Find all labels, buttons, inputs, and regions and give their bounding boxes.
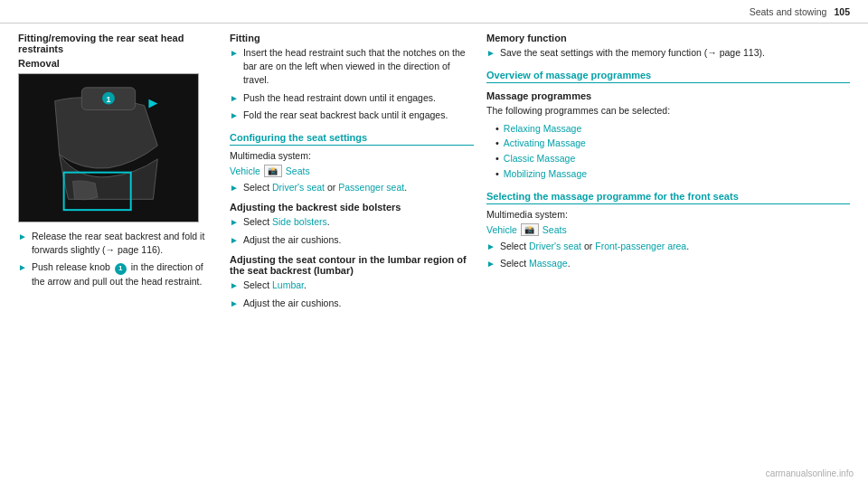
page-container: Seats and stowing 105 Fitting/removing t…	[0, 0, 868, 482]
relaxing-massage-link[interactable]: Relaxing Massage	[504, 122, 581, 137]
arrow-icon-12: ►	[486, 241, 495, 254]
overview-heading: Overview of massage programmes	[486, 70, 850, 83]
massage-list-item-1: Relaxing Massage	[495, 121, 850, 137]
backrest-bullet-1: ► Select Side bolsters.	[230, 215, 474, 230]
left-column: Fitting/removing the rear seat head rest…	[18, 33, 217, 453]
massage-list: Relaxing Massage Activating Massage Clas…	[495, 121, 850, 182]
config-bullet-1: ► Select Driver's seat or Passenger seat…	[230, 181, 474, 195]
arrow-icon-8: ►	[230, 234, 239, 248]
memory-bullet-list: ► Save the seat settings with the memory…	[486, 46, 850, 61]
multimedia-row-1: Multimedia system:	[230, 150, 474, 161]
fitting-heading: Fitting	[230, 33, 474, 43]
select-bullet-list: ► Select Driver's seat or Front-passenge…	[486, 240, 850, 271]
arrow-icon-9: ►	[230, 279, 239, 293]
memory-bullet-1: ► Save the seat settings with the memory…	[486, 46, 850, 61]
arrow-icon-3: ►	[230, 47, 239, 61]
drivers-seat-link[interactable]: Driver's seat	[272, 182, 325, 193]
arrow-icon-13: ►	[486, 258, 495, 271]
svg-text:1: 1	[107, 95, 111, 104]
config-bullet-list: ► Select Driver's seat or Passenger seat…	[230, 181, 474, 195]
fitting-bullet-1: ► Insert the head restraint such that th…	[230, 46, 474, 88]
arrow-icon-5: ►	[230, 109, 239, 123]
badge-1: 1	[115, 263, 127, 275]
left-main-heading: Fitting/removing the rear seat head rest…	[18, 33, 217, 54]
main-content: Fitting/removing the rear seat head rest…	[0, 24, 868, 462]
side-bolsters-link[interactable]: Side bolsters	[272, 216, 327, 227]
lumbar-bullet-1: ► Select Lumbar.	[230, 279, 474, 293]
select-multimedia-system-row: Vehicle 📸 Seats	[486, 223, 850, 236]
arrow-icon-2: ►	[18, 261, 27, 275]
arrow-icon-1: ►	[18, 231, 27, 244]
header-page-number: 105	[834, 6, 850, 17]
backrest-bullet-list: ► Select Side bolsters. ► Adjust the air…	[230, 215, 474, 247]
arrow-icon-4: ►	[230, 92, 239, 106]
arrow-icon-11: ►	[486, 47, 495, 61]
seats-link[interactable]: Seats	[286, 165, 310, 176]
fitting-bullet-3: ► Fold the rear seat backrest back until…	[230, 109, 474, 123]
multimedia-system-row: Vehicle 📸 Seats	[230, 165, 474, 177]
select-multimedia-icon: 📸	[521, 223, 539, 236]
left-bullet-2: ► Push release knob 1 in the direction o…	[18, 260, 217, 288]
front-passenger-link[interactable]: Front-passenger area	[595, 241, 686, 251]
vehicle-link[interactable]: Vehicle	[230, 165, 260, 176]
footer-watermark: carmanualsonline.info	[766, 468, 854, 478]
header-section-title: Seats and stowing	[750, 6, 827, 17]
select-seats-link[interactable]: Seats	[542, 224, 567, 235]
select-vehicle-link[interactable]: Vehicle	[486, 224, 517, 235]
backrest-bullet-2: ► Adjust the air cushions.	[230, 233, 474, 248]
lumbar-heading: Adjusting the seat contour in the lumbar…	[230, 254, 474, 276]
activating-massage-link[interactable]: Activating Massage	[504, 137, 586, 151]
select-bullet-2: ► Select Massage.	[486, 257, 850, 271]
backrest-heading: Adjusting the backrest side bolsters	[230, 202, 474, 213]
fitting-bullet-2: ► Push the head restraint down until it …	[230, 91, 474, 106]
classic-massage-link[interactable]: Classic Massage	[504, 152, 575, 166]
left-bullet-list: ► Release the rear seat backrest and fol…	[18, 230, 217, 288]
select-drivers-seat-link[interactable]: Driver's seat	[529, 241, 581, 251]
page-header: Seats and stowing 105	[0, 0, 868, 24]
selecting-heading: Selecting the massage programme for the …	[486, 191, 850, 204]
arrow-icon-10: ►	[230, 298, 239, 311]
config-heading: Configuring the seat settings	[230, 132, 474, 146]
massage-select-link[interactable]: Massage	[529, 258, 568, 269]
massage-intro: The following programmes can be selected…	[486, 104, 850, 118]
lumbar-bullet-list: ► Select Lumbar. ► Adjust the air cushio…	[230, 279, 474, 310]
lumbar-link[interactable]: Lumbar	[272, 279, 304, 290]
massage-list-item-4: Mobilizing Massage	[495, 166, 850, 182]
mobilizing-massage-link[interactable]: Mobilizing Massage	[504, 167, 587, 182]
seat-image: 1	[18, 73, 199, 222]
multimedia-icon: 📸	[264, 165, 282, 177]
passenger-seat-link[interactable]: Passenger seat	[338, 182, 404, 193]
massage-list-item-3: Classic Massage	[495, 151, 850, 166]
arrow-icon-6: ►	[230, 182, 239, 195]
select-bullet-1: ► Select Driver's seat or Front-passenge…	[486, 240, 850, 254]
middle-column: Fitting ► Insert the head restraint such…	[230, 33, 474, 453]
fitting-bullet-list: ► Insert the head restraint such that th…	[230, 46, 474, 123]
massage-heading: Massage programmes	[486, 90, 850, 101]
select-multimedia-label-row: Multimedia system:	[486, 209, 850, 220]
arrow-icon-7: ►	[230, 216, 239, 230]
removal-label: Removal	[18, 58, 217, 69]
lumbar-bullet-2: ► Adjust the air cushions.	[230, 297, 474, 311]
right-column: Memory function ► Save the seat settings…	[486, 33, 850, 453]
left-bullet-1: ► Release the rear seat backrest and fol…	[18, 230, 217, 257]
massage-list-item-2: Activating Massage	[495, 136, 850, 151]
memory-heading: Memory function	[486, 33, 850, 43]
